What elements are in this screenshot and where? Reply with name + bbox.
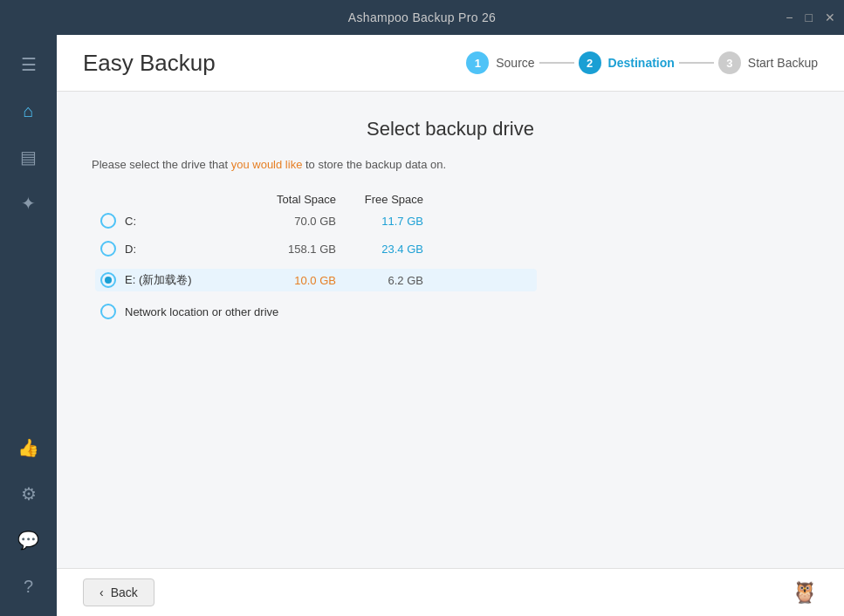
drive-c-total: 70.0 GB xyxy=(249,215,336,228)
content-area: Easy Backup 1 Source 2 Destination xyxy=(57,35,844,616)
sidebar-item-feedback[interactable]: 💬 xyxy=(8,519,50,561)
step-2-label: Destination xyxy=(608,56,675,70)
drive-e-total: 10.0 GB xyxy=(249,274,336,287)
app-body: ☰ ⌂ ▤ ✦ 👍 ⚙ 💬 ? Easy Backup xyxy=(0,35,844,616)
drive-name-network: Network location or other drive xyxy=(125,305,278,318)
like-icon: 👍 xyxy=(17,437,39,458)
drive-row-d: D: 158.1 GB 23.4 GB xyxy=(100,241,537,257)
radio-d[interactable] xyxy=(100,241,116,257)
watermark-area: 🦉 xyxy=(792,580,818,605)
wizard-step-1: 1 Source xyxy=(466,51,534,74)
content-header: Easy Backup 1 Source 2 Destination xyxy=(57,35,844,92)
step-3-number: 3 xyxy=(726,57,732,70)
maximize-button[interactable]: □ xyxy=(806,11,813,24)
drive-table: Total Space Free Space C: 70.0 GB 11.7 G… xyxy=(100,193,537,319)
home-icon: ⌂ xyxy=(23,101,33,121)
drive-name-d: D: xyxy=(125,243,136,256)
back-arrow-icon: ‹ xyxy=(99,585,104,599)
settings-icon: ⚙ xyxy=(21,483,37,504)
step-1-circle: 1 xyxy=(466,51,489,74)
drive-row-e: E: (新加载卷) 10.0 GB 6.2 GB xyxy=(95,269,537,291)
radio-e[interactable] xyxy=(100,272,116,288)
watermark-icon: 🦉 xyxy=(792,580,818,605)
step-connector-2 xyxy=(679,62,714,64)
back-label: Back xyxy=(111,585,138,599)
footer: ‹ Back 🦉 xyxy=(57,568,844,616)
sidebar: ☰ ⌂ ▤ ✦ 👍 ⚙ 💬 ? xyxy=(0,35,57,616)
drive-name-c: C: xyxy=(125,215,136,228)
step-1-number: 1 xyxy=(475,57,481,70)
drive-table-header: Total Space Free Space xyxy=(249,193,537,206)
sidebar-item-backup[interactable]: ▤ xyxy=(8,136,50,178)
drive-label-d[interactable]: D: xyxy=(100,241,249,257)
back-button[interactable]: ‹ Back xyxy=(83,578,154,606)
help-icon: ? xyxy=(24,577,33,597)
step-2-number: 2 xyxy=(587,57,593,70)
window-controls: − □ ✕ xyxy=(786,11,835,24)
radio-c[interactable] xyxy=(100,213,116,229)
wizard-step-2: 2 Destination xyxy=(579,51,675,74)
instruction-highlight: you would like xyxy=(231,158,303,171)
sidebar-item-menu[interactable]: ☰ xyxy=(8,44,50,86)
drive-e-free: 6.2 GB xyxy=(336,274,423,287)
titlebar: Ashampoo Backup Pro 26 − □ ✕ xyxy=(0,0,844,35)
sidebar-item-help[interactable]: ? xyxy=(8,565,50,607)
app-title: Ashampoo Backup Pro 26 xyxy=(348,10,496,24)
drive-label-e[interactable]: E: (新加载卷) xyxy=(100,272,249,288)
radio-network[interactable] xyxy=(100,304,116,319)
instruction-prefix: Please select the drive that xyxy=(92,158,231,171)
step-2-circle: 2 xyxy=(579,51,601,74)
drive-name-e: E: (新加载卷) xyxy=(125,272,192,288)
sidebar-item-home[interactable]: ⌂ xyxy=(8,90,50,132)
close-button[interactable]: ✕ xyxy=(825,11,835,24)
drive-label-network[interactable]: Network location or other drive xyxy=(100,304,278,319)
col-header-free: Free Space xyxy=(336,193,423,206)
drive-values-d: 158.1 GB 23.4 GB xyxy=(249,243,423,256)
instruction-text: Please select the drive that you would l… xyxy=(92,158,809,171)
sidebar-item-tools[interactable]: ✦ xyxy=(8,182,50,224)
tools-icon: ✦ xyxy=(21,193,36,214)
step-3-label: Start Backup xyxy=(748,56,818,70)
drive-row-network: Network location or other drive xyxy=(100,304,537,319)
sidebar-item-like[interactable]: 👍 xyxy=(8,427,50,469)
section-title: Select backup drive xyxy=(92,118,809,140)
menu-icon: ☰ xyxy=(21,54,37,75)
wizard-step-3: 3 Start Backup xyxy=(718,51,818,74)
drive-d-free: 23.4 GB xyxy=(336,243,423,256)
wizard-steps: 1 Source 2 Destination 3 xyxy=(466,51,818,74)
drive-values-e: 10.0 GB 6.2 GB xyxy=(249,274,423,287)
drive-row-c: C: 70.0 GB 11.7 GB xyxy=(100,213,537,229)
page-title: Easy Backup xyxy=(83,50,216,77)
instruction-suffix: to store the backup data on. xyxy=(302,158,446,171)
step-3-circle: 3 xyxy=(718,51,741,74)
step-1-label: Source xyxy=(496,56,534,70)
drive-values-c: 70.0 GB 11.7 GB xyxy=(249,215,423,228)
minimize-button[interactable]: − xyxy=(786,11,793,24)
drive-d-total: 158.1 GB xyxy=(249,243,336,256)
backup-icon: ▤ xyxy=(20,147,37,168)
step-connector-1 xyxy=(539,62,574,64)
feedback-icon: 💬 xyxy=(17,530,39,551)
sidebar-item-settings[interactable]: ⚙ xyxy=(8,473,50,515)
drive-label-c[interactable]: C: xyxy=(100,213,249,229)
col-header-total: Total Space xyxy=(249,193,336,206)
drive-c-free: 11.7 GB xyxy=(336,215,423,228)
main-section: Select backup drive Please select the dr… xyxy=(57,92,844,568)
